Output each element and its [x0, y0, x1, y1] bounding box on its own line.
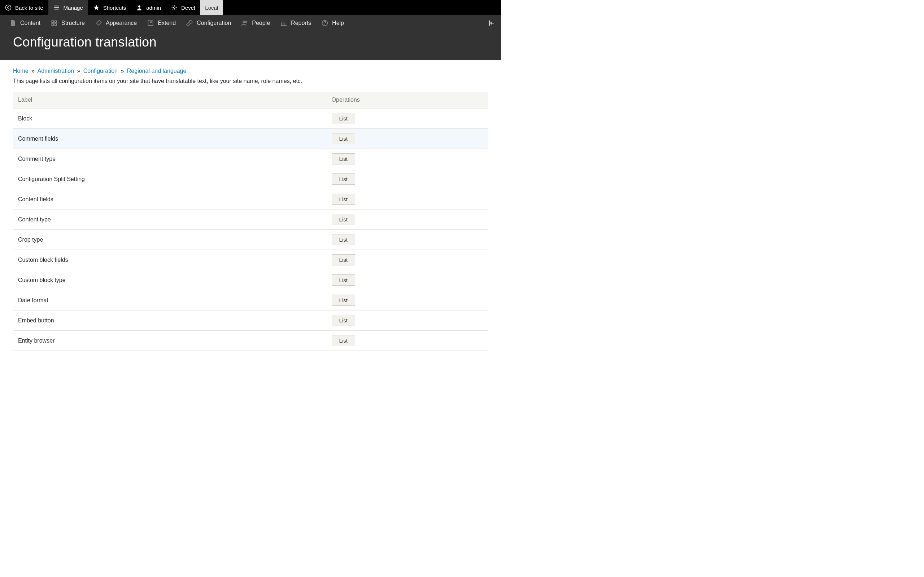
chevron-left-icon	[5, 4, 11, 11]
admin-menu-reports-label: Reports	[291, 20, 311, 26]
svg-point-2	[174, 7, 175, 9]
table-cell-label: Crop type	[13, 230, 327, 250]
gear-icon	[171, 4, 178, 11]
admin-menu: Content Structure Appearance Extend Conf…	[0, 15, 501, 31]
table-cell-label: Embed button	[13, 311, 327, 331]
svg-point-0	[6, 5, 11, 10]
table-cell-operations: List	[327, 311, 488, 331]
structure-icon	[50, 19, 58, 27]
breadcrumb-sep: »	[31, 68, 35, 74]
admin-menu-content-label: Content	[20, 20, 40, 26]
table-row: Content typeList	[13, 210, 488, 230]
puzzle-icon	[147, 19, 154, 27]
titlebar: Configuration translation	[0, 31, 501, 60]
svg-point-4	[246, 21, 247, 23]
table-cell-operations: List	[327, 270, 488, 290]
admin-menu-structure-label: Structure	[61, 20, 85, 26]
admin-menu-people[interactable]: People	[236, 15, 275, 31]
table-cell-operations: List	[327, 250, 488, 270]
admin-menu-help-label: Help	[332, 20, 344, 26]
table-cell-operations: List	[327, 210, 488, 230]
list-button[interactable]: List	[332, 335, 355, 346]
content: Home » Administration » Configuration » …	[0, 60, 501, 365]
table-cell-label: Content type	[13, 210, 327, 230]
list-button[interactable]: List	[332, 113, 355, 124]
star-icon	[93, 4, 100, 11]
list-button[interactable]: List	[332, 174, 355, 185]
paintbrush-icon	[95, 19, 102, 27]
bar-chart-icon	[280, 19, 287, 27]
table-cell-label: Configuration Split Setting	[13, 169, 327, 189]
column-header-label: Label	[13, 92, 327, 108]
toolbar-back-to-site[interactable]: Back to site	[0, 0, 48, 15]
toolbar-shortcuts[interactable]: Shortcuts	[88, 0, 131, 15]
table-cell-operations: List	[327, 149, 488, 169]
list-button[interactable]: List	[332, 315, 355, 326]
list-button[interactable]: List	[332, 193, 355, 205]
table-row: Comment fieldsList	[13, 129, 488, 149]
table-row: Configuration Split SettingList	[13, 169, 488, 189]
table-row: Content fieldsList	[13, 189, 488, 210]
table-row: Date formatList	[13, 290, 488, 311]
hamburger-icon	[53, 4, 60, 11]
breadcrumb-home[interactable]: Home	[13, 68, 29, 74]
toolbar-user[interactable]: admin	[131, 0, 166, 15]
table-cell-label: Comment type	[13, 149, 327, 169]
breadcrumb: Home » Administration » Configuration » …	[13, 68, 488, 74]
list-button[interactable]: List	[332, 234, 355, 245]
breadcrumb-admin[interactable]: Administration	[37, 68, 74, 74]
breadcrumb-sep: »	[121, 68, 124, 74]
admin-menu-structure[interactable]: Structure	[45, 15, 90, 31]
admin-menu-appearance[interactable]: Appearance	[90, 15, 142, 31]
admin-menu-configuration[interactable]: Configuration	[181, 15, 236, 31]
collapse-toolbar-icon[interactable]	[487, 19, 495, 27]
table-row: Embed buttonList	[13, 311, 488, 331]
table-cell-label: Date format	[13, 290, 327, 311]
breadcrumb-regional[interactable]: Regional and language	[127, 68, 187, 74]
table-cell-operations: List	[327, 108, 488, 129]
table-cell-operations: List	[327, 129, 488, 149]
table-cell-operations: List	[327, 189, 488, 210]
table-cell-label: Custom block fields	[13, 250, 327, 270]
toolbar-local-label: Local	[205, 5, 218, 11]
table-row: Entity browserList	[13, 331, 488, 351]
toolbar-manage-label: Manage	[63, 5, 83, 11]
admin-menu-reports[interactable]: Reports	[275, 15, 316, 31]
table-row: BlockList	[13, 108, 488, 129]
config-translation-table: Label Operations BlockListComment fields…	[13, 92, 488, 351]
page-title: Configuration translation	[13, 35, 488, 50]
table-row: Comment typeList	[13, 149, 488, 169]
admin-menu-extend-label: Extend	[158, 20, 176, 26]
table-row: Custom block typeList	[13, 270, 488, 290]
svg-point-6	[325, 24, 325, 25]
wrench-icon	[186, 19, 193, 27]
breadcrumb-config[interactable]: Configuration	[83, 68, 118, 74]
list-button[interactable]: List	[332, 133, 355, 144]
table-row: Crop typeList	[13, 230, 488, 250]
toolbar-devel[interactable]: Devel	[166, 0, 200, 15]
toolbar-user-label: admin	[146, 5, 161, 11]
user-icon	[136, 4, 142, 11]
toolbar-local[interactable]: Local	[200, 0, 223, 15]
list-button[interactable]: List	[332, 214, 355, 225]
admin-menu-help[interactable]: Help	[316, 15, 349, 31]
toolbar-devel-label: Devel	[181, 5, 195, 11]
help-icon	[321, 19, 328, 27]
list-button[interactable]: List	[332, 274, 355, 285]
svg-point-3	[243, 21, 245, 23]
column-header-operations: Operations	[327, 92, 488, 108]
list-button[interactable]: List	[332, 295, 355, 306]
toolbar: Back to site Manage Shortcuts admin Deve…	[0, 0, 501, 15]
list-button[interactable]: List	[332, 254, 355, 266]
admin-menu-extend[interactable]: Extend	[142, 15, 181, 31]
table-cell-label: Comment fields	[13, 129, 327, 149]
toolbar-manage[interactable]: Manage	[48, 0, 88, 15]
table-row: Custom block fieldsList	[13, 250, 488, 270]
admin-menu-people-label: People	[252, 20, 270, 26]
document-icon	[10, 19, 16, 27]
breadcrumb-sep: »	[77, 68, 80, 74]
list-button[interactable]: List	[332, 153, 355, 164]
admin-menu-content[interactable]: Content	[4, 15, 45, 31]
admin-menu-configuration-label: Configuration	[197, 20, 231, 26]
admin-menu-appearance-label: Appearance	[106, 20, 137, 26]
